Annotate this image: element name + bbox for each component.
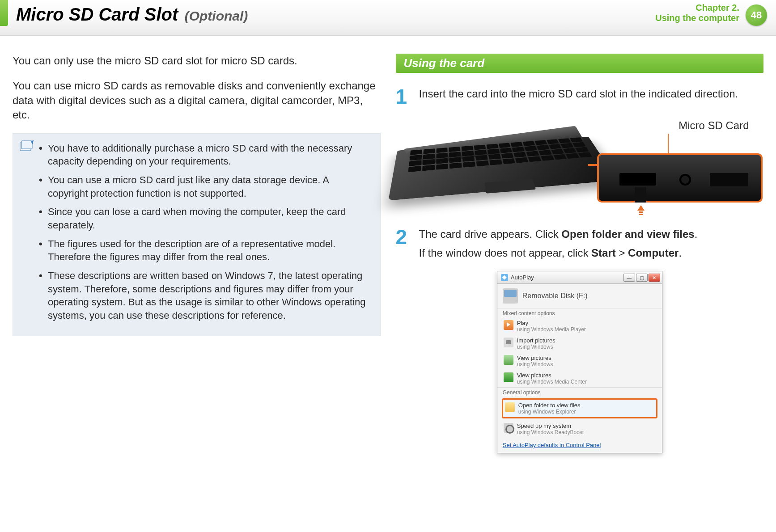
option-line2: using Windows	[517, 344, 555, 350]
note-text: You can use a micro SD card just like an…	[48, 173, 370, 200]
page-header: Micro SD Card Slot (Optional) Chapter 2.…	[0, 0, 776, 36]
note-icon	[19, 140, 34, 153]
step-text: The card drive appears. Click Open folde…	[419, 227, 698, 260]
option-line2: using Windows ReadyBoost	[517, 429, 584, 435]
maximize-button[interactable]: ▢	[636, 274, 648, 282]
folder-icon	[505, 402, 515, 412]
option-text: View pictures using Windows	[517, 355, 553, 367]
option-line1: View pictures	[517, 355, 553, 361]
right-column: Using the card 1 Insert the card into th…	[396, 54, 764, 453]
option-line1: Play	[517, 320, 586, 326]
sd-card-icon	[635, 187, 646, 203]
note-text: Since you can lose a card when moving th…	[48, 206, 346, 231]
note-list: You have to additionally purchase a micr…	[39, 142, 370, 322]
step-1: 1 Insert the card into the micro SD card…	[396, 86, 764, 107]
autoplay-option-view-pictures[interactable]: View pictures using Windows	[497, 352, 662, 370]
step2-text-part: The card drive appears. Click	[419, 228, 562, 240]
minimize-button[interactable]: —	[623, 274, 635, 282]
sd-slot-icon	[619, 173, 656, 186]
note-box: You have to additionally purchase a micr…	[13, 133, 381, 336]
note-item: You have to additionally purchase a micr…	[39, 142, 370, 168]
autoplay-footer: Set AutoPlay defaults in Control Panel	[497, 438, 662, 453]
slot-callout	[597, 153, 763, 203]
note-item: You can use a micro SD card just like an…	[39, 173, 370, 200]
play-icon	[504, 320, 513, 330]
note-item: The figures used for the description are…	[39, 237, 370, 264]
close-button[interactable]: ✕	[649, 274, 660, 282]
autoplay-title: AutoPlay	[511, 274, 534, 281]
chapter-block: Chapter 2. Using the computer	[655, 3, 739, 23]
title-wrap: Micro SD Card Slot (Optional)	[16, 4, 763, 25]
option-line1: Speed up my system	[517, 422, 584, 429]
step-text: Insert the card into the micro SD card s…	[419, 86, 738, 107]
step2-bold: Open folder and view files	[561, 228, 694, 240]
autoplay-titlebar: AutoPlay — ▢ ✕	[497, 271, 662, 284]
headphone-port-icon	[679, 174, 691, 186]
autoplay-defaults-link[interactable]: Set AutoPlay defaults in Control Panel	[503, 442, 601, 448]
note-item: These descriptions are written based on …	[39, 269, 370, 322]
option-line1: View pictures	[517, 372, 587, 379]
autoplay-window: AutoPlay — ▢ ✕ Removable Disk (F:) Mixed…	[497, 271, 662, 453]
usb-port-icon	[710, 173, 748, 186]
intro-paragraph-1: You can only use the micro SD card slot …	[13, 54, 381, 68]
option-text: View pictures using Windows Media Center	[517, 372, 587, 385]
laptop-figure: Micro SD Card	[396, 118, 763, 216]
camera-icon	[504, 338, 513, 347]
insert-arrow-icon	[637, 205, 645, 211]
option-line2: using Windows Media Center	[517, 379, 587, 385]
step2-text-part: .	[678, 247, 682, 259]
svg-rect-1	[21, 141, 32, 149]
step-number: 2	[396, 227, 411, 260]
note-text: These descriptions are written based on …	[48, 270, 365, 321]
section-heading: Using the card	[396, 54, 764, 73]
autoplay-option-play[interactable]: Play using Windows Media Player	[497, 317, 662, 335]
drive-icon	[503, 288, 518, 304]
option-line1: Open folder to view files	[518, 402, 581, 409]
step2-text-part: .	[695, 228, 698, 240]
autoplay-option-import[interactable]: Import pictures using Windows	[497, 335, 662, 352]
autoplay-option-view-mediacenter[interactable]: View pictures using Windows Media Center	[497, 370, 662, 387]
option-text: Import pictures using Windows	[517, 337, 555, 350]
page-subtitle: (Optional)	[185, 8, 248, 23]
readyboost-icon	[504, 423, 513, 433]
insert-arrow-stem	[639, 211, 643, 213]
note-item: Since you can lose a card when moving th…	[39, 205, 370, 232]
option-line2: using Windows	[517, 361, 553, 367]
autoplay-header: Removable Disk (F:)	[497, 284, 662, 308]
step2-text-part: >	[616, 247, 628, 259]
header-accent	[0, 0, 8, 26]
step2-text-part: If the window does not appear, click	[419, 247, 592, 259]
option-text: Play using Windows Media Player	[517, 320, 586, 333]
page: Micro SD Card Slot (Optional) Chapter 2.…	[0, 0, 776, 532]
option-line1: Import pictures	[517, 337, 555, 344]
autoplay-option-open-folder-highlighted[interactable]: Open folder to view files using Windows …	[502, 398, 657, 418]
chapter-line1: Chapter 2.	[655, 3, 739, 13]
note-text: The figures used for the description are…	[48, 238, 335, 263]
picture-icon	[504, 355, 513, 365]
option-line2: using Windows Explorer	[518, 409, 581, 415]
note-text: You have to additionally purchase a micr…	[48, 143, 352, 167]
chapter-line2: Using the computer	[655, 13, 739, 23]
option-text: Speed up my system using Windows ReadyBo…	[517, 422, 584, 435]
media-center-icon	[504, 372, 513, 382]
option-line2: using Windows Media Player	[517, 326, 586, 333]
content: You can only use the micro SD card slot …	[0, 36, 776, 453]
left-column: You can only use the micro SD card slot …	[13, 54, 381, 453]
page-title: Micro SD Card Slot	[16, 4, 178, 24]
group-label-general: General options	[497, 387, 662, 397]
insert-arrow-stem	[639, 214, 643, 215]
sd-label-leader	[668, 134, 669, 153]
option-text: Open folder to view files using Windows …	[518, 402, 581, 415]
sd-card-label: Micro SD Card	[678, 119, 749, 132]
autoplay-app-icon	[501, 274, 508, 281]
step2-bold: Start	[591, 247, 616, 259]
step-2: 2 The card drive appears. Click Open fol…	[396, 227, 764, 260]
intro-paragraph-2: You can use micro SD cards as removable …	[13, 79, 381, 122]
step-number: 1	[396, 86, 411, 107]
drive-name: Removable Disk (F:)	[522, 292, 588, 300]
step2-bold: Computer	[628, 247, 678, 259]
window-controls: — ▢ ✕	[623, 274, 660, 282]
group-label-mixed: Mixed content options	[497, 308, 662, 317]
autoplay-option-readyboost[interactable]: Speed up my system using Windows ReadyBo…	[497, 420, 662, 438]
page-number-badge: 48	[746, 4, 767, 26]
